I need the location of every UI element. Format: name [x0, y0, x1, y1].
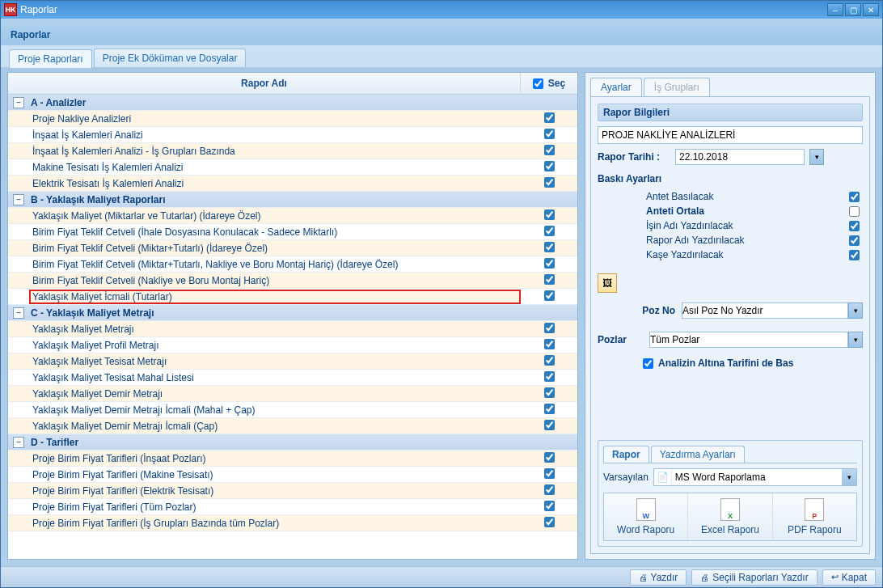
report-row[interactable]: Yaklaşık Maliyet İcmali (Tutarlar) — [8, 289, 577, 305]
report-tree[interactable]: –A - AnalizlerProje Nakliye Analizleriİn… — [8, 95, 577, 559]
report-row[interactable]: Birim Fiyat Teklif Cetveli (Miktar+Tutar… — [8, 256, 577, 273]
row-select-checkbox[interactable] — [544, 112, 555, 123]
report-row[interactable]: Yaklaşık Maliyet (Miktarlar ve Tutarlar)… — [8, 208, 577, 224]
subtab-yazdirma[interactable]: Yazdırma Ayarları — [651, 446, 745, 463]
collapse-icon[interactable]: – — [13, 97, 24, 108]
report-row[interactable]: Yaklaşık Maliyet Profil Metrajı — [8, 337, 577, 353]
row-select-checkbox[interactable] — [544, 290, 555, 301]
pozno-dropdown-button[interactable]: ▾ — [848, 302, 863, 319]
print-option-checkbox[interactable] — [849, 192, 860, 202]
default-output-dropdown-button[interactable]: ▾ — [842, 469, 856, 485]
window-title: Raporlar — [20, 4, 57, 15]
report-row[interactable]: Proje Birim Fiyat Tarifleri (İnşaat Pozl… — [8, 451, 577, 467]
export-word-button[interactable]: W Word Raporu — [604, 493, 688, 540]
default-output-combo[interactable]: 📄 MS Word Raporlama ▾ — [653, 468, 857, 486]
row-select-checkbox[interactable] — [544, 242, 555, 252]
row-select-checkbox[interactable] — [544, 371, 555, 382]
report-row[interactable]: İnşaat İş Kalemleri Analizi — [8, 127, 577, 143]
collapse-icon[interactable]: – — [13, 194, 24, 205]
printer-icon: 🖨 — [700, 573, 709, 582]
date-picker-button[interactable]: ▾ — [809, 149, 824, 165]
row-select-checkbox[interactable] — [544, 129, 555, 139]
row-select-checkbox[interactable] — [544, 258, 555, 269]
report-row[interactable]: Yaklaşık Maliyet Metrajı — [8, 321, 577, 337]
report-row[interactable]: Yaklaşık Maliyet Demir Metrajı İcmali (Ç… — [8, 418, 577, 434]
date-input[interactable] — [675, 149, 805, 165]
report-row[interactable]: İnşaat İş Kalemleri Analizi - İş Gruplar… — [8, 143, 577, 159]
print-option-checkbox[interactable] — [849, 221, 860, 231]
subtab-rapor[interactable]: Rapor — [603, 446, 649, 463]
tarif-checkbox[interactable] — [643, 358, 653, 369]
close-button[interactable]: ↩Kapat — [822, 569, 876, 586]
report-label: Proje Birim Fiyat Tarifleri (İnşaat Pozl… — [29, 451, 521, 466]
close-window-button[interactable]: ✕ — [863, 3, 879, 16]
col-header-select[interactable]: Seç — [521, 73, 577, 94]
report-label: Birim Fiyat Teklif Cetveli (Miktar+Tutar… — [29, 241, 521, 256]
row-select-checkbox[interactable] — [544, 177, 555, 188]
settings-body: Rapor Bilgileri Rapor Tarihi : ▾ Baskı A… — [590, 97, 870, 554]
group-row[interactable]: –C - Yaklaşık Maliyet Metrajı — [8, 305, 577, 321]
row-select-checkbox[interactable] — [544, 145, 555, 155]
print-option-checkbox[interactable] — [849, 250, 860, 260]
row-select-checkbox[interactable] — [544, 161, 555, 171]
row-select-checkbox[interactable] — [544, 387, 555, 398]
row-select-checkbox[interactable] — [544, 274, 555, 285]
export-excel-button[interactable]: X Excel Raporu — [688, 493, 772, 540]
report-row[interactable]: Birim Fiyat Teklif Cetveli (Miktar+Tutar… — [8, 240, 577, 256]
row-select-checkbox[interactable] — [544, 501, 555, 511]
export-pdf-button[interactable]: P PDF Raporu — [773, 493, 856, 540]
print-option-checkbox[interactable] — [849, 206, 860, 217]
report-label: Yaklaşık Maliyet (Miktarlar ve Tutarlar)… — [29, 209, 521, 223]
col-header-name[interactable]: Rapor Adı — [8, 73, 521, 94]
report-row[interactable]: Proje Birim Fiyat Tarifleri (Tüm Pozlar) — [8, 499, 577, 515]
group-row[interactable]: –A - Analizler — [8, 95, 577, 111]
report-row[interactable]: Yaklaşık Maliyet Tesisat Metrajı — [8, 353, 577, 370]
report-row[interactable]: Yaklaşık Maliyet Demir Metrajı — [8, 386, 577, 402]
print-option-checkbox[interactable] — [849, 235, 860, 246]
edit-antet-button[interactable]: 🖼 — [598, 273, 617, 293]
group-row[interactable]: –B - Yaklaşık Maliyet Raporları — [8, 192, 577, 208]
row-select-checkbox[interactable] — [544, 355, 555, 366]
report-row[interactable]: Yaklaşık Maliyet Demir Metrajı İcmali (M… — [8, 402, 577, 418]
print-selected-button[interactable]: 🖨Seçili Raporları Yazdır — [691, 569, 817, 586]
report-row[interactable]: Proje Nakliye Analizleri — [8, 111, 577, 127]
maximize-button[interactable]: ▢ — [845, 3, 861, 16]
page-header: Raporlar — [1, 19, 882, 45]
select-all-checkbox[interactable] — [533, 78, 543, 89]
tab-ayarlar[interactable]: Ayarlar — [590, 78, 642, 96]
report-label: Proje Birim Fiyat Tarifleri (Tüm Pozlar) — [29, 500, 521, 514]
report-label: Proje Nakliye Analizleri — [29, 112, 521, 126]
row-select-checkbox[interactable] — [544, 517, 555, 527]
report-row[interactable]: Proje Birim Fiyat Tarifleri (Elektrik Te… — [8, 483, 577, 499]
row-select-checkbox[interactable] — [544, 484, 555, 495]
row-select-checkbox[interactable] — [544, 468, 555, 479]
row-select-checkbox[interactable] — [544, 404, 555, 414]
report-row[interactable]: Makine Tesisatı İş Kalemleri Analizi — [8, 159, 577, 176]
report-row[interactable]: Birim Fiyat Teklif Cetveli (Nakliye ve B… — [8, 273, 577, 289]
report-row[interactable]: Yaklaşık Maliyet Tesisat Mahal Listesi — [8, 370, 577, 386]
report-row[interactable]: Birim Fiyat Teklif Cetveli (İhale Dosyas… — [8, 224, 577, 240]
row-select-checkbox[interactable] — [544, 339, 555, 349]
row-select-checkbox[interactable] — [544, 323, 555, 333]
tab-is-gruplari[interactable]: İş Grupları — [644, 78, 710, 96]
pozlar-dropdown-button[interactable]: ▾ — [848, 332, 863, 348]
tab-proje-raporlari[interactable]: Proje Raporları — [9, 49, 92, 68]
report-row[interactable]: Proje Birim Fiyat Tarifleri (İş Grupları… — [8, 515, 577, 531]
pozno-select[interactable] — [682, 302, 848, 319]
report-name-input[interactable] — [598, 126, 863, 144]
print-button[interactable]: 🖨Yazdır — [630, 569, 687, 586]
row-select-checkbox[interactable] — [544, 209, 555, 220]
content-area: Rapor Adı Seç –A - AnalizlerProje Nakliy… — [1, 67, 882, 566]
report-label: Yaklaşık Maliyet Profil Metrajı — [29, 338, 521, 353]
collapse-icon[interactable]: – — [13, 437, 24, 448]
minimize-button[interactable]: – — [827, 3, 843, 16]
row-select-checkbox[interactable] — [544, 452, 555, 463]
collapse-icon[interactable]: – — [13, 307, 24, 319]
group-row[interactable]: –D - Tarifler — [8, 434, 577, 451]
report-row[interactable]: Elektrik Tesisatı İş Kalemleri Analizi — [8, 176, 577, 192]
report-row[interactable]: Proje Birim Fiyat Tarifleri (Makine Tesi… — [8, 467, 577, 483]
row-select-checkbox[interactable] — [544, 226, 555, 236]
tab-proje-ek-dokuman[interactable]: Proje Ek Döküman ve Dosyalar — [94, 49, 247, 67]
row-select-checkbox[interactable] — [544, 420, 555, 430]
pozlar-select[interactable] — [649, 332, 848, 348]
